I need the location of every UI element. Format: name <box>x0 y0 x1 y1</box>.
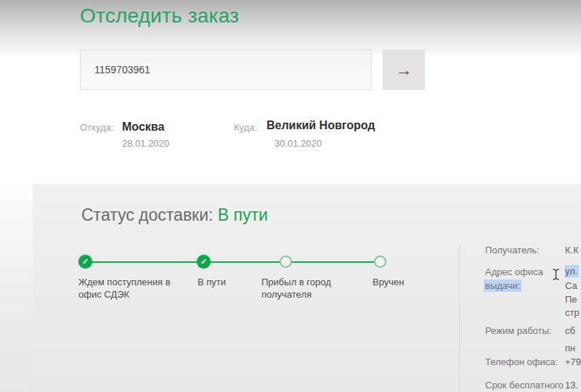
status-heading: Статус доставки: В пути <box>81 205 268 225</box>
pickup-address-value-line3: Пе <box>565 293 581 306</box>
to-city: Великий Новгород <box>267 119 375 132</box>
arrow-right-icon: → <box>396 62 413 78</box>
step-dot-delivered <box>374 256 386 268</box>
recipient-value: К.К <box>565 244 581 257</box>
text-cursor-icon <box>552 269 560 280</box>
track-order-page: Отследить заказ → Откуда: Москва 28.01.2… <box>0 0 581 392</box>
from-date: 28.01.2020 <box>122 138 169 149</box>
page-title: Отследить заказ <box>80 4 239 28</box>
pickup-address-label-line1: Адрес офиса <box>485 266 543 279</box>
status-label: Статус доставки: <box>81 205 213 224</box>
pickup-address-label-line2: выдачи: <box>485 279 520 293</box>
step-label-arrived: Прибыл в город получателя <box>261 276 333 301</box>
step-label-awaiting: Ждем поступления в офис СДЭК <box>78 276 180 301</box>
step-label-delivered: Вручен <box>373 276 404 288</box>
recipient-label: Получатель: <box>485 244 540 257</box>
free-storage-value: 13. <box>565 379 581 392</box>
office-phone-value: +79 <box>565 356 581 369</box>
work-schedule-value-line2: пн <box>565 342 581 355</box>
pickup-address-value-line2: Са <box>565 279 581 293</box>
order-number-input[interactable] <box>80 49 372 90</box>
pickup-address-value-line1: ул. <box>565 265 581 278</box>
check-icon: ✓ <box>82 257 89 266</box>
to-label: Куда: <box>234 122 257 133</box>
selected-text: выдачи: <box>484 279 521 292</box>
details-divider <box>459 244 460 392</box>
to-date: 30.01.2020 <box>275 138 322 149</box>
step-dot-arrived <box>280 256 292 268</box>
check-icon: ✓ <box>200 257 207 266</box>
from-city: Москва <box>122 121 164 134</box>
selected-text: ул. <box>565 265 579 277</box>
work-schedule-label: Режим работы: <box>485 324 551 338</box>
from-label: Откуда: <box>80 122 113 133</box>
left-margin-strip <box>0 184 33 392</box>
track-submit-button[interactable]: → <box>383 49 425 90</box>
status-value: В пути <box>218 205 268 224</box>
step-dot-in-transit: ✓ <box>197 255 211 269</box>
free-storage-label: Срок бесплатного <box>485 379 564 392</box>
timeline-progress-line <box>85 261 381 263</box>
step-dot-awaiting: ✓ <box>78 255 92 269</box>
office-phone-label: Телефон офиса: <box>485 356 558 369</box>
pickup-address-value-line4: стр <box>565 306 581 319</box>
step-label-in-transit: В пути <box>198 276 226 288</box>
work-schedule-value-line1: сб <box>565 324 581 338</box>
